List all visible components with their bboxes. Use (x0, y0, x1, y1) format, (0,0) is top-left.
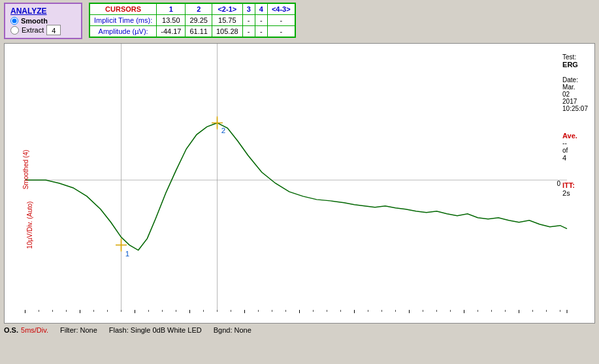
date-label: Date: (562, 76, 588, 83)
amp-c4: - (255, 26, 267, 38)
svg-text:2: 2 (221, 127, 225, 135)
amplitude-label: Amplitude (µV): (89, 26, 157, 38)
extract-number[interactable]: 4 (46, 25, 61, 35)
implicit-time-label: Implicit Time (ms): (89, 15, 157, 26)
it-c3: - (242, 15, 255, 26)
status-bgnd: Bgnd: None (214, 326, 251, 334)
test-value: ERG (562, 61, 588, 68)
test-label: Test: (562, 53, 588, 61)
smooth-label: Smooth (21, 17, 48, 25)
svg-rect-0 (25, 44, 574, 310)
analyze-title: ANALYZE (10, 7, 76, 16)
col-header-4: 4 (255, 3, 267, 15)
waveform-chart: 1 2 (5, 44, 594, 323)
col-header-3: 3 (242, 3, 255, 15)
col-header-2-1: <2-1> (212, 3, 242, 15)
amp-c21: 105.28 (212, 26, 242, 38)
itt-value: 2s (562, 189, 588, 197)
date-time: 10:25:07 (562, 105, 588, 112)
os-label: O.S. (4, 326, 18, 334)
it-c4: - (255, 15, 267, 26)
status-filter: Filter: None (60, 326, 97, 334)
date-value: Mar. (562, 83, 588, 91)
col-header-2: 2 (186, 3, 212, 15)
col-header-4-3: <4-3> (267, 3, 295, 15)
cursors-table: CURSORS 1 2 <2-1> 3 4 <4-3> Implicit Tim… (89, 3, 296, 38)
amp-c1: -44.17 (157, 26, 186, 38)
status-flash: Flash: Single 0dB White LED (109, 326, 202, 334)
y-axis-smoothed-label: Smoothed (4) (22, 149, 29, 189)
ave-of: of (562, 147, 588, 154)
ave-count: 4 (562, 154, 588, 162)
extract-radio[interactable] (10, 26, 19, 35)
it-c2: 29.25 (186, 15, 212, 26)
smooth-radio[interactable] (10, 17, 18, 25)
amp-c2: 61.11 (186, 26, 212, 38)
chart-area: Smoothed (4) 10µV/Div. (Auto) Test: ERG … (4, 43, 595, 324)
amp-c43: - (267, 26, 295, 38)
zero-label: 0 (557, 180, 560, 187)
y-axis-scale-label: 10µV/Div. (Auto) (26, 202, 33, 249)
svg-text:1: 1 (125, 250, 129, 258)
amplitude-row: Amplitude (µV): -44.17 61.11 105.28 - - … (89, 26, 295, 38)
analyze-panel: ANALYZE Smooth Extract 4 (4, 3, 82, 39)
status-bar: O.S. 5ms/Div. Filter: None Flash: Single… (0, 325, 599, 335)
ave-dashes: -- (562, 140, 588, 147)
date-year: 2017 (562, 98, 588, 105)
extract-label: Extract (22, 26, 44, 34)
it-c21: 15.75 (212, 15, 242, 26)
cursors-header: CURSORS (89, 3, 157, 15)
ave-label: Ave. (562, 132, 588, 140)
col-header-1: 1 (157, 3, 186, 15)
status-5ms: 5ms/Div. (21, 326, 48, 334)
date-day: 02 (562, 91, 588, 98)
it-c43: - (267, 15, 295, 26)
amp-c3: - (242, 26, 255, 38)
it-c1: 13.50 (157, 15, 186, 26)
implicit-time-row: Implicit Time (ms): 13.50 29.25 15.75 - … (89, 15, 295, 26)
itt-label: ITT: (562, 181, 588, 189)
right-info-panel: Test: ERG Date: Mar. 02 2017 10:25:07 Av… (562, 53, 588, 197)
